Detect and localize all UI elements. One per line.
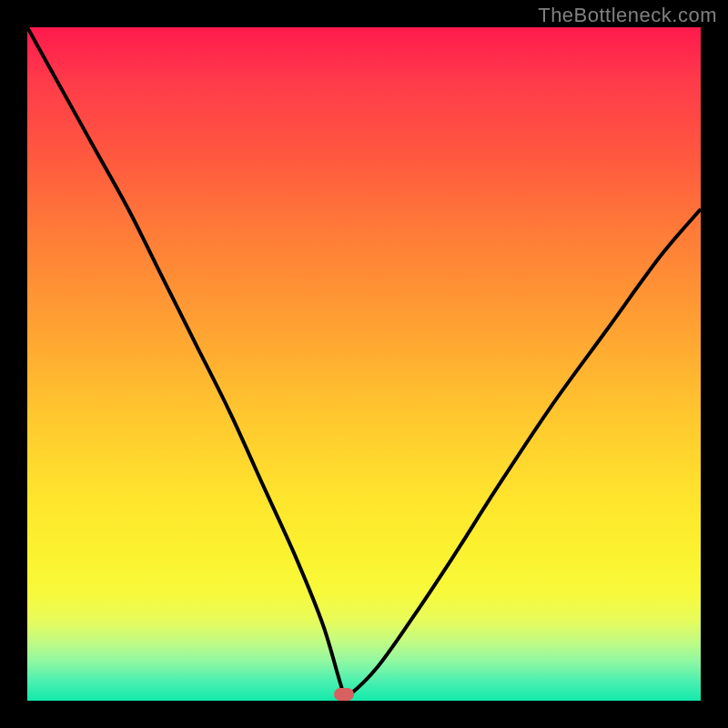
plot-area — [27, 27, 701, 701]
chart-frame: TheBottleneck.com — [0, 0, 728, 728]
bottleneck-curve-path — [27, 27, 701, 700]
minimum-marker — [334, 688, 354, 701]
curve-svg — [27, 27, 701, 701]
watermark-text: TheBottleneck.com — [538, 4, 717, 27]
